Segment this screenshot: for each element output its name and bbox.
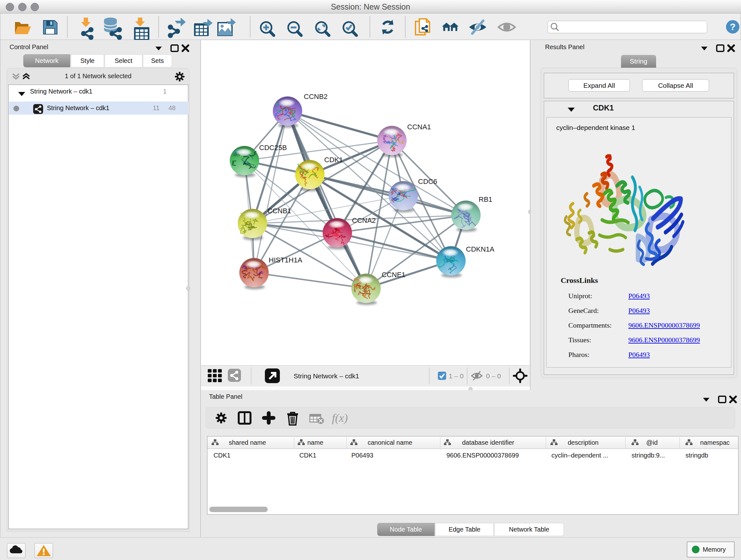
- svg-text:CCNE1: CCNE1: [382, 271, 406, 279]
- svg-text:CCNA2: CCNA2: [352, 216, 376, 225]
- svg-text:CDC25B: CDC25B: [259, 144, 287, 152]
- svg-text:HIST1H1A: HIST1H1A: [269, 256, 302, 264]
- svg-text:CDC6: CDC6: [418, 178, 437, 186]
- svg-text:?: ?: [730, 21, 736, 32]
- svg-text:1 – 0: 1 – 0: [449, 372, 464, 380]
- svg-text:CCNB2: CCNB2: [304, 92, 328, 101]
- svg-text:CDKN1A: CDKN1A: [466, 245, 495, 253]
- svg-text:f(x): f(x): [332, 412, 348, 424]
- svg-text:0 – 0: 0 – 0: [486, 372, 501, 380]
- svg-text:RB1: RB1: [479, 195, 492, 203]
- svg-text:CCNA1: CCNA1: [407, 123, 431, 131]
- svg-text:CDK1: CDK1: [324, 156, 343, 164]
- svg-text:CCNB1: CCNB1: [267, 207, 291, 215]
- svg-text:String Network – cdk1: String Network – cdk1: [293, 372, 359, 380]
